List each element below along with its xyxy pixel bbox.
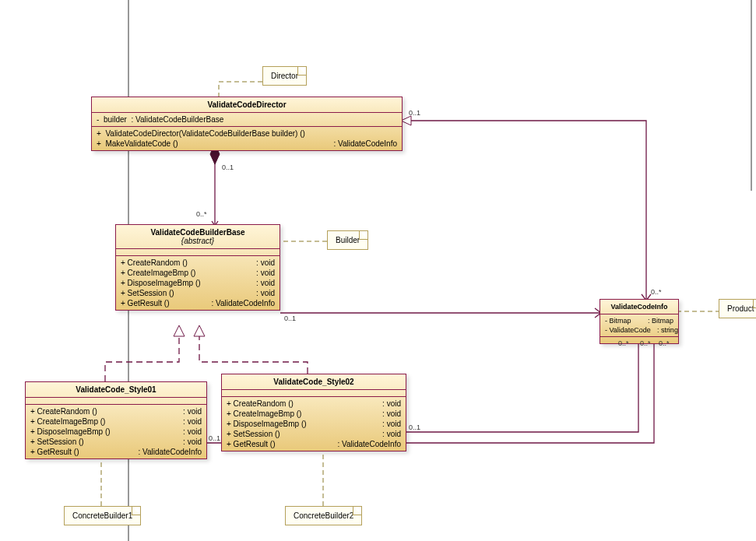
note-text: Builder	[336, 236, 360, 244]
note-text: Director	[271, 72, 298, 80]
note-concrete2: ConcreteBuilder2	[285, 506, 362, 525]
operation-row: + GetResult (): ValidateCodeInfo	[121, 298, 275, 308]
operation-row: + CreateImageBmp (): void	[30, 416, 202, 427]
attribute-row: - ValidateCode: string	[605, 325, 673, 335]
operation-row: + CreateRandom (): void	[227, 399, 401, 409]
mult: 0..1	[222, 163, 234, 171]
mult: 0..*	[640, 339, 651, 347]
mult: 0..1	[409, 423, 420, 431]
class-validatecode-style02: ValidateCode_Style02 + CreateRandom (): …	[221, 374, 406, 451]
note-director: Director	[262, 66, 307, 86]
operation-row: + GetResult (): ValidateCodeInfo	[227, 439, 401, 449]
class-validatecode-style01: ValidateCode_Style01 + CreateRandom (): …	[25, 381, 207, 459]
mult: 0..1	[209, 434, 220, 442]
operation-row: + CreateImageBmp (): void	[121, 268, 275, 278]
operation-row: + SetSession (): void	[121, 288, 275, 298]
note-text: ConcreteBuilder2	[294, 511, 353, 520]
operation-row: + DisposeImageBmp (): void	[227, 419, 401, 429]
note-text: ConcreteBuilder1	[72, 511, 132, 520]
class-title: ValidateCodeInfo	[600, 300, 678, 314]
class-validatecodeinfo: ValidateCodeInfo - Bitmap: Bitmap- Valid…	[600, 299, 679, 344]
operation-row: + CreateRandom (): void	[121, 258, 275, 268]
operation-row: + SetSession (): void	[227, 429, 401, 439]
operation-row: + DisposeImageBmp (): void	[121, 278, 275, 288]
connector-layer	[0, 0, 756, 541]
mult: 0..*	[196, 210, 207, 218]
note-concrete1: ConcreteBuilder1	[64, 506, 141, 525]
note-text: Product	[727, 304, 754, 313]
svg-marker-6	[194, 325, 205, 336]
mult: 0..*	[659, 339, 670, 347]
class-validatecodedirector: ValidateCodeDirector - builder : Validat…	[91, 97, 403, 151]
mult: 0..*	[618, 339, 629, 347]
class-title: ValidateCode_Style02	[222, 374, 406, 390]
operation-row: + CreateRandom (): void	[30, 406, 202, 416]
class-title: ValidateCode_Style01	[26, 382, 206, 398]
mult: 0..*	[651, 288, 662, 296]
attribute-row: - Bitmap: Bitmap	[605, 316, 673, 325]
svg-marker-5	[174, 325, 185, 336]
mult: 0..1	[409, 109, 420, 117]
class-title: ValidateCodeDirector	[92, 97, 402, 113]
class-stereotype: {abstract}	[116, 237, 280, 249]
operation-row: + GetResult (): ValidateCodeInfo	[30, 447, 202, 457]
operation-row: + SetSession (): void	[30, 437, 202, 447]
mult: 0..1	[284, 314, 296, 322]
operation-row: + CreateImageBmp (): void	[227, 409, 401, 419]
note-builder: Builder	[327, 230, 368, 250]
class-validatecodebuilderbase: ValidateCodeBuilderBase {abstract} + Cre…	[115, 224, 280, 311]
note-product: Product	[719, 299, 756, 318]
class-title: ValidateCodeBuilderBase	[116, 225, 280, 237]
operation-row: + DisposeImageBmp (): void	[30, 427, 202, 437]
